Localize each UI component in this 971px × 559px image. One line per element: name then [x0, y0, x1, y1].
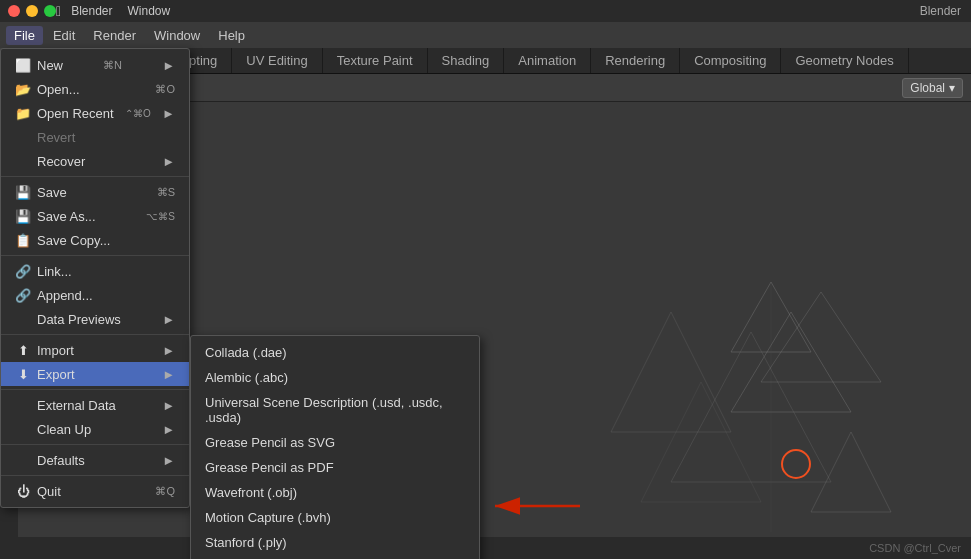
minimize-button[interactable]	[26, 5, 38, 17]
menu-item-quit[interactable]: ⏻ Quit ⌘Q	[1, 479, 189, 503]
svg-marker-7	[641, 382, 761, 502]
menu-file[interactable]: File	[6, 26, 43, 45]
tab-geometry-nodes[interactable]: Geometry Nodes	[781, 48, 908, 73]
export-grease-svg[interactable]: Grease Pencil as SVG	[191, 430, 479, 455]
export-stanford[interactable]: Stanford (.ply)	[191, 530, 479, 555]
svg-marker-6	[811, 432, 891, 512]
new-icon: ⬜	[15, 57, 31, 73]
menu-item-save-as[interactable]: 💾 Save As... ⌥⌘S	[1, 204, 189, 228]
quit-icon: ⏻	[15, 483, 31, 499]
arrow-icon: ►	[162, 453, 175, 468]
menu-item-recover[interactable]: Recover ►	[1, 149, 189, 173]
external-data-icon	[15, 397, 31, 413]
menu-item-save-copy[interactable]: 📋 Save Copy...	[1, 228, 189, 252]
tab-texture-paint[interactable]: Texture Paint	[323, 48, 428, 73]
tab-animation[interactable]: Animation	[504, 48, 591, 73]
export-stl[interactable]: Stl (.stl)	[191, 555, 479, 559]
maximize-button[interactable]	[44, 5, 56, 17]
arrow-icon: ►	[162, 154, 175, 169]
arrow-icon: ►	[162, 106, 175, 121]
export-submenu: Collada (.dae) Alembic (.abc) Universal …	[190, 335, 480, 559]
svg-marker-4	[761, 292, 881, 382]
menu-item-defaults[interactable]: Defaults ►	[1, 448, 189, 472]
separator-2	[1, 255, 189, 256]
chevron-down-icon: ▾	[949, 81, 955, 95]
viewport-objects	[571, 232, 921, 559]
clean-up-icon	[15, 421, 31, 437]
bottom-bar: CSDN @Ctrl_Cver	[0, 537, 971, 559]
save-copy-icon: 📋	[15, 232, 31, 248]
menu-render[interactable]: Render	[85, 26, 144, 45]
separator-6	[1, 475, 189, 476]
separator-3	[1, 334, 189, 335]
separator-5	[1, 444, 189, 445]
tab-compositing[interactable]: Compositing	[680, 48, 781, 73]
import-icon: ⬆	[15, 342, 31, 358]
save-as-icon: 💾	[15, 208, 31, 224]
menu-item-open[interactable]: 📂 Open... ⌘O	[1, 77, 189, 101]
file-dropdown-menu: ⬜ New ⌘N ► 📂 Open... ⌘O 📁 Open Recent ⌃⌘…	[0, 48, 190, 508]
menu-help[interactable]: Help	[210, 26, 253, 45]
append-icon: 🔗	[15, 287, 31, 303]
arrow-icon: ►	[162, 422, 175, 437]
arrow-icon: ►	[162, 312, 175, 327]
menu-item-save[interactable]: 💾 Save ⌘S	[1, 180, 189, 204]
app-name-label: Blender	[71, 4, 112, 18]
menu-edit[interactable]: Edit	[45, 26, 83, 45]
folder-icon: 📂	[15, 81, 31, 97]
red-arrow-indicator	[480, 486, 600, 529]
credits-label: CSDN @Ctrl_Cver	[869, 542, 961, 554]
folder-recent-icon: 📁	[15, 105, 31, 121]
export-motion[interactable]: Motion Capture (.bvh)	[191, 505, 479, 530]
global-dropdown[interactable]: Global ▾	[902, 78, 963, 98]
link-icon: 🔗	[15, 263, 31, 279]
defaults-icon	[15, 452, 31, 468]
close-button[interactable]	[8, 5, 20, 17]
menu-item-new[interactable]: ⬜ New ⌘N ►	[1, 53, 189, 77]
arrow-icon: ►	[162, 343, 175, 358]
menu-item-import[interactable]: ⬆ Import ►	[1, 338, 189, 362]
export-grease-pdf[interactable]: Grease Pencil as PDF	[191, 455, 479, 480]
recover-icon	[15, 153, 31, 169]
svg-marker-5	[611, 312, 731, 432]
tab-shading[interactable]: Shading	[428, 48, 505, 73]
menu-item-revert: Revert	[1, 125, 189, 149]
data-previews-icon	[15, 311, 31, 327]
menu-window[interactable]: Window	[146, 26, 208, 45]
window-controls[interactable]	[8, 5, 56, 17]
separator-4	[1, 389, 189, 390]
arrow-icon: ►	[162, 398, 175, 413]
menu-item-append[interactable]: 🔗 Append...	[1, 283, 189, 307]
title-bar:  Blender Window Blender	[0, 0, 971, 22]
menu-item-external-data[interactable]: External Data ►	[1, 393, 189, 417]
arrow-icon: ►	[162, 58, 175, 73]
apple-logo-icon: 	[56, 3, 61, 19]
separator-1	[1, 176, 189, 177]
title-right-label: Blender	[920, 4, 961, 18]
menu-item-export[interactable]: ⬇ Export ►	[1, 362, 189, 386]
export-collada[interactable]: Collada (.dae)	[191, 340, 479, 365]
global-label: Global	[910, 81, 945, 95]
tab-rendering[interactable]: Rendering	[591, 48, 680, 73]
selected-object-indicator	[781, 449, 811, 479]
export-wavefront[interactable]: Wavefront (.obj)	[191, 480, 479, 505]
save-icon: 💾	[15, 184, 31, 200]
arrow-icon: ►	[162, 367, 175, 382]
export-usd[interactable]: Universal Scene Description (.usd, .usdc…	[191, 390, 479, 430]
export-icon: ⬇	[15, 366, 31, 382]
menu-item-open-recent[interactable]: 📁 Open Recent ⌃⌘O ►	[1, 101, 189, 125]
svg-marker-1	[731, 312, 851, 412]
tab-uv-editing[interactable]: UV Editing	[232, 48, 322, 73]
menu-item-data-previews[interactable]: Data Previews ►	[1, 307, 189, 331]
menu-item-link[interactable]: 🔗 Link...	[1, 259, 189, 283]
revert-icon	[15, 129, 31, 145]
menu-bar: File Edit Render Window Help	[0, 22, 971, 48]
export-alembic[interactable]: Alembic (.abc)	[191, 365, 479, 390]
toolbar-right: Global ▾	[902, 78, 963, 98]
menu-item-clean-up[interactable]: Clean Up ►	[1, 417, 189, 441]
window-menu-label[interactable]: Window	[128, 4, 171, 18]
